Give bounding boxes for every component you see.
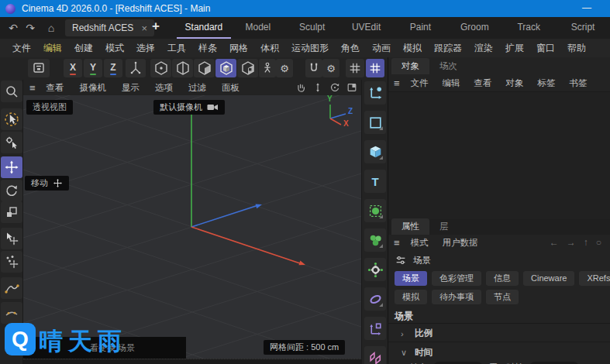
project-duration-input[interactable]: 0.5 (529, 362, 579, 364)
text-primitive-icon[interactable]: T (364, 170, 386, 193)
layout-tab[interactable]: Script (556, 17, 610, 39)
pan-hand-icon[interactable] (294, 81, 307, 94)
model-mode-icon[interactable] (215, 59, 236, 77)
close-tab-icon[interactable]: × (141, 22, 147, 34)
history-forward-icon[interactable]: → (563, 237, 579, 248)
category-button[interactable]: 待办事项 (432, 290, 481, 304)
collapse-arrow-icon[interactable]: › (401, 329, 408, 338)
menu-item[interactable]: 角色 (335, 42, 366, 55)
menu-item[interactable]: 样条 (192, 42, 223, 55)
make-editable-icon[interactable] (28, 59, 50, 77)
scale-tool-icon[interactable] (1, 201, 22, 223)
live-selection-icon[interactable] (1, 108, 22, 130)
quantize-grid-icon[interactable] (346, 59, 364, 77)
layout-tab[interactable]: Model (231, 17, 285, 39)
menu-item[interactable]: 工具 (161, 42, 192, 55)
attribute-menu-item[interactable]: 用户数据 (436, 237, 484, 249)
menu-item[interactable]: 创建 (68, 42, 99, 55)
group-scale[interactable]: › 比例 (388, 325, 610, 342)
menu-item[interactable]: 选择 (130, 42, 161, 55)
subdivision-surface-icon[interactable] (364, 199, 386, 222)
category-button[interactable]: 色彩管理 (432, 271, 481, 286)
menu-item[interactable]: 模拟 (397, 42, 428, 55)
point-transform-icon[interactable] (1, 251, 22, 273)
layout-tab[interactable]: Track (501, 17, 556, 39)
layout-tab[interactable]: Sculpt (285, 17, 339, 39)
object-manager-menu-item[interactable]: 编辑 (436, 77, 467, 89)
category-button[interactable]: XRefs (579, 271, 610, 286)
viewport[interactable]: ≡ 查看 摄像机 显示 选项 过滤 面板 (23, 80, 361, 359)
axis-z-lock-button[interactable]: Z (104, 59, 122, 77)
viewport-menu-display[interactable]: 显示 (115, 82, 146, 94)
history-back-icon[interactable]: ← (546, 237, 562, 248)
attribute-tab[interactable]: 层 (429, 218, 459, 235)
object-list-empty[interactable] (388, 91, 610, 220)
attribute-menu-item[interactable]: 模式 (405, 237, 435, 249)
minimize-button[interactable]: — (577, 0, 596, 17)
view-label-chip[interactable]: 透视视图 (26, 100, 73, 115)
quantize-enabled-grid-icon[interactable] (366, 59, 384, 77)
spline-pen-tool-icon[interactable] (364, 81, 386, 105)
category-button[interactable]: 节点 (486, 290, 519, 304)
axis-settings-gear-icon[interactable]: ⚙ (276, 59, 293, 77)
plane-primitive-icon[interactable] (364, 111, 386, 134)
layout-tab[interactable]: Standard (177, 17, 231, 39)
redo-icon[interactable]: ↷ (23, 19, 37, 36)
attribute-hamburger-icon[interactable]: ≡ (394, 237, 403, 249)
coordinate-system-icon[interactable] (126, 59, 146, 77)
spline-smooth-icon[interactable] (1, 302, 22, 324)
rotate-tool-icon[interactable] (1, 180, 22, 201)
edges-mode-icon[interactable] (172, 59, 193, 77)
home-icon[interactable]: ⌂ (43, 19, 59, 36)
dolly-icon[interactable] (311, 81, 324, 94)
category-button[interactable]: 信息 (486, 271, 519, 286)
menu-item[interactable]: 窗口 (530, 42, 561, 55)
document-tab[interactable]: Redshift ACES × (65, 19, 154, 36)
manager-tab[interactable]: 场次 (429, 58, 467, 74)
generator-gear-icon[interactable] (364, 258, 386, 281)
timeline-strip[interactable] (23, 359, 361, 364)
lock-icon[interactable]: ○ (593, 237, 605, 248)
transform-tool-icon[interactable] (1, 228, 22, 249)
layout-tab[interactable]: Paint (394, 17, 448, 39)
menu-item[interactable]: 运动图形 (285, 42, 335, 55)
object-manager-menu-item[interactable]: 文件 (405, 77, 435, 89)
object-manager-hamburger-icon[interactable]: ≡ (394, 77, 403, 89)
menu-item[interactable]: 体积 (254, 42, 285, 55)
group-time[interactable]: ∨ 时间 (388, 344, 610, 361)
deformer-icon[interactable] (364, 287, 386, 311)
category-button[interactable]: 模拟 (395, 290, 427, 304)
mograph-cloner-icon[interactable] (364, 346, 386, 364)
object-manager-menu-item[interactable]: 书签 (563, 77, 594, 89)
viewport-hamburger-icon[interactable]: ≡ (28, 82, 37, 94)
object-manager-menu-item[interactable]: 标签 (532, 77, 562, 89)
object-manager-menu-item[interactable]: 对象 (500, 77, 530, 89)
polygons-mode-icon[interactable] (194, 59, 215, 77)
viewport-menu-view[interactable]: 查看 (40, 82, 71, 94)
menu-item[interactable]: 跟踪器 (428, 42, 468, 55)
category-button[interactable]: 场景 (395, 271, 427, 286)
menu-item[interactable]: 文件 (6, 42, 37, 55)
viewport-menu-filter[interactable]: 过滤 (182, 82, 212, 94)
toggle-panel-icon[interactable] (345, 81, 358, 94)
uv-mode-icon[interactable] (237, 59, 258, 77)
add-tab-button[interactable]: + (152, 19, 160, 34)
menu-item[interactable]: 网格 (223, 42, 254, 55)
instance-icon[interactable] (364, 317, 386, 340)
expand-arrow-icon[interactable]: ∨ (401, 348, 408, 358)
snap-settings-gear-icon[interactable]: ⚙ (322, 59, 339, 77)
axis-x-lock-button[interactable]: X (64, 59, 82, 77)
tweak-tool-icon[interactable] (1, 132, 22, 153)
cube-primitive-icon[interactable] (364, 140, 386, 163)
viewport-menu-camera[interactable]: 摄像机 (74, 82, 113, 94)
menu-item[interactable]: 渲染 (468, 42, 499, 55)
menu-item[interactable]: 动画 (366, 42, 397, 55)
points-mode-icon[interactable] (150, 59, 171, 77)
layout-tab[interactable]: Groom (447, 17, 501, 39)
snap-magnet-icon[interactable] (305, 59, 322, 77)
viewport-menu-panel[interactable]: 面板 (215, 82, 246, 94)
axis-gizmo[interactable]: Y Z X (316, 97, 357, 131)
menu-item[interactable]: 扩展 (499, 42, 530, 55)
viewport-menu-options[interactable]: 选项 (149, 82, 179, 94)
menu-item[interactable]: 帮助 (561, 42, 592, 55)
